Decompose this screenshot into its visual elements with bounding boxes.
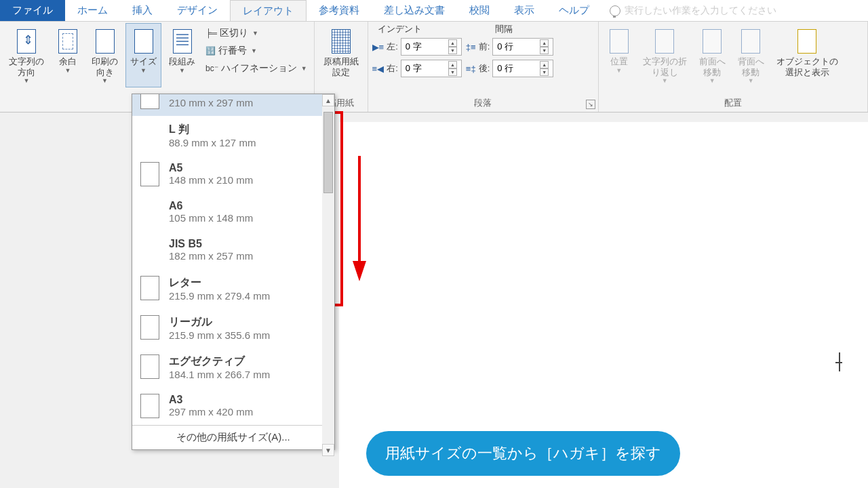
menu-bar: ファイル ホーム 挿入 デザイン レイアウト 参考資料 差し込み文書 校閲 表示… [0, 0, 868, 22]
size-dimensions: 182 mm x 257 mm [169, 250, 253, 262]
tell-me-placeholder: 実行したい作業を入力してください [625, 5, 776, 17]
line-numbers-button[interactable]: 🔢行番号▼ [203, 43, 310, 58]
size-option-エグゼクティブ[interactable]: エグゼクティブ184.1 mm x 266.7 mm [132, 348, 334, 387]
size-dimensions: 184.1 mm x 266.7 mm [169, 369, 270, 380]
send-backward-button: 背面へ 移動▼ [733, 23, 769, 87]
size-name: リーガル [169, 315, 270, 329]
ribbon: 文字列の 方向 ▼ 余白 ▼ 印刷の 向き ▼ サイズ ▼ 段組み ▼ [0, 22, 868, 113]
tab-file[interactable]: ファイル [0, 0, 65, 21]
size-name: A3 [169, 394, 253, 406]
tab-references[interactable]: 参考資料 [307, 0, 372, 21]
selection-pane-button[interactable]: オブジェクトの 選択と表示 [772, 23, 843, 87]
size-option-a6[interactable]: A6105 mm x 148 mm [132, 193, 334, 231]
page-thumb-icon [140, 394, 159, 418]
indent-left-input[interactable]: 0 字▲▼ [401, 38, 462, 56]
size-dimensions: 148 mm x 210 mm [169, 174, 253, 186]
text-cursor-icon [835, 352, 848, 371]
size-name: レター [169, 276, 270, 290]
hyphenation-button[interactable]: bc⁻ハイフネーション▼ [203, 61, 310, 76]
tab-mailings[interactable]: 差し込み文書 [372, 0, 457, 21]
size-name: L 判 [169, 123, 256, 137]
tab-view[interactable]: 表示 [502, 0, 547, 21]
breaks-button[interactable]: ╞═区切り▼ [203, 26, 310, 41]
tab-help[interactable]: ヘルプ [547, 0, 601, 21]
size-name: A5 [169, 162, 253, 174]
page-thumb-icon [140, 354, 159, 379]
page-thumb-icon [140, 315, 159, 340]
indent-right-icon: ≡◀ [372, 64, 384, 74]
more-paper-sizes[interactable]: その他の用紙サイズ(A)... [132, 425, 334, 449]
size-dimensions: 88.9 mm x 127 mm [169, 137, 256, 148]
space-after-icon: ≡‡ [466, 64, 476, 74]
space-before-input[interactable]: 0 行▲▼ [492, 38, 553, 56]
tab-design[interactable]: デザイン [165, 0, 230, 21]
size-name: JIS B5 [169, 238, 253, 250]
page-thumb-icon [140, 123, 159, 147]
scroll-down-button[interactable]: ▼ [322, 444, 334, 456]
bring-forward-button: 前面へ 移動▼ [694, 23, 730, 87]
indent-left-icon: ▶≡ [372, 42, 384, 52]
wrap-text-button: 文字列の折 り返し▼ [638, 23, 692, 87]
text-direction-button[interactable]: 文字列の 方向 ▼ [4, 23, 49, 87]
page-thumb-icon [140, 94, 159, 109]
size-option-レター[interactable]: レター215.9 mm x 279.4 mm [132, 269, 334, 308]
tab-home[interactable]: ホーム [65, 0, 120, 21]
size-dimensions: 215.9 mm x 355.6 mm [169, 329, 270, 341]
size-dimensions: 215.9 mm x 279.4 mm [169, 290, 270, 302]
tab-insert[interactable]: 挿入 [120, 0, 165, 21]
size-option-a5[interactable]: A5148 mm x 210 mm [132, 155, 334, 193]
size-name: A6 [169, 200, 253, 212]
tell-me-search[interactable]: 実行したい作業を入力してください [610, 0, 776, 21]
lightbulb-icon [610, 5, 620, 16]
size-button[interactable]: サイズ ▼ [125, 23, 161, 87]
dropdown-scrollbar: ▲ ▼ [322, 94, 334, 456]
orientation-button[interactable]: 印刷の 向き ▼ [87, 23, 123, 87]
size-dimensions: 297 mm x 420 mm [169, 406, 253, 418]
group-paragraph: インデント 間隔 ▶≡ 左: 0 字▲▼ ‡≡ 前: 0 行▲▼ ≡◀ 右: [368, 22, 599, 112]
size-option-l-判[interactable]: L 判88.9 mm x 127 mm [132, 116, 334, 155]
size-name: エグゼクティブ [169, 354, 270, 369]
tab-layout[interactable]: レイアウト [230, 0, 307, 21]
scroll-thumb[interactable] [323, 112, 333, 193]
scroll-track[interactable] [322, 106, 334, 444]
indent-right-input[interactable]: 0 字▲▼ [401, 60, 462, 77]
size-option-jis-b5[interactable]: JIS B5182 mm x 257 mm [132, 231, 334, 269]
size-option-a3[interactable]: A3297 mm x 420 mm [132, 387, 334, 425]
page-thumb-icon [140, 276, 159, 300]
margins-button[interactable]: 余白 ▼ [52, 23, 84, 87]
group-arrange: 位置▼ 文字列の折 り返し▼ 前面へ 移動▼ 背面へ 移動▼ オブジェクトの 選… [599, 22, 868, 112]
page-thumb-icon [140, 162, 159, 186]
size-option-a4[interactable]: A4210 mm x 297 mm [132, 94, 334, 116]
position-button: 位置▼ [603, 23, 635, 87]
page-thumb-icon [140, 200, 159, 224]
manuscript-button[interactable]: 原稿用紙 設定 [319, 23, 363, 81]
paragraph-dialog-launcher[interactable]: ↘ [586, 100, 595, 109]
size-dimensions: 105 mm x 148 mm [169, 212, 253, 224]
tab-review[interactable]: 校閲 [457, 0, 502, 21]
columns-button[interactable]: 段組み ▼ [164, 23, 200, 87]
space-before-icon: ‡≡ [466, 42, 476, 52]
caret-down-icon: ▼ [24, 77, 30, 84]
scroll-up-button[interactable]: ▲ [322, 94, 334, 106]
space-after-input[interactable]: 0 行▲▼ [492, 60, 553, 77]
size-dimensions: 210 mm x 297 mm [169, 97, 253, 108]
page-thumb-icon [140, 238, 159, 262]
instruction-callout: 用紙サイズの一覧から［ハガキ］を探す [366, 431, 680, 476]
size-dropdown: A4210 mm x 297 mmL 判88.9 mm x 127 mmA514… [132, 94, 335, 450]
size-option-リーガル[interactable]: リーガル215.9 mm x 355.6 mm [132, 308, 334, 348]
